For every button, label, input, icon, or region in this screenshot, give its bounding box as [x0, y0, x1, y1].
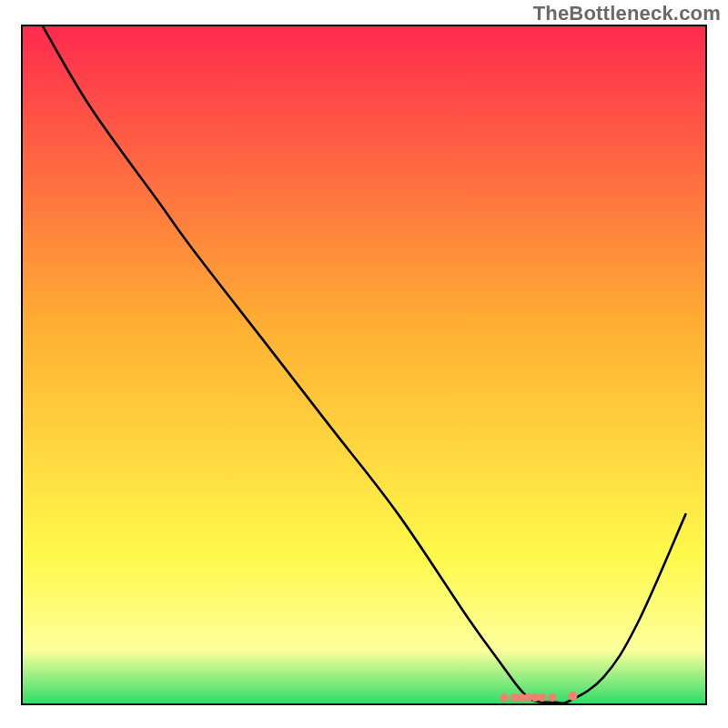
plot-background: [22, 25, 706, 704]
watermark-text: TheBottleneck.com: [533, 2, 721, 25]
optimum-marker: [568, 692, 577, 701]
chart-container: TheBottleneck.com: [0, 0, 728, 728]
optimum-marker: [548, 693, 556, 702]
optimum-marker: [538, 693, 546, 702]
bottleneck-chart: [0, 0, 728, 728]
optimum-marker: [500, 693, 509, 702]
